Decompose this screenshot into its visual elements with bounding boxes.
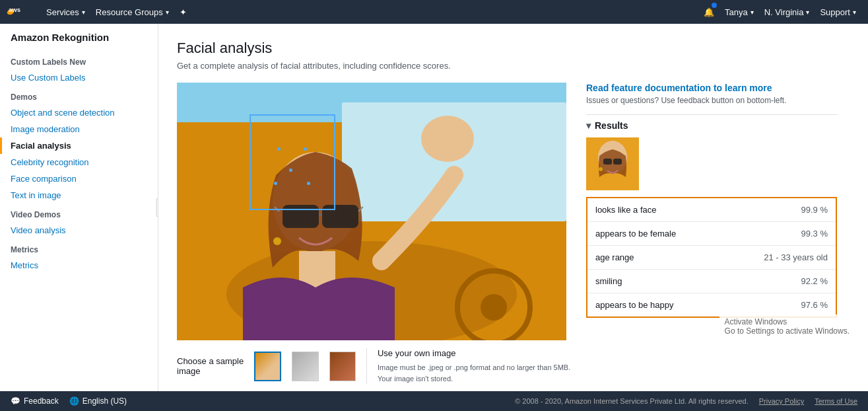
top-navigation: aws Services ▾ Resource Groups ▾ ✦ 🔔 Tan… [0, 0, 868, 24]
sample-thumb-2[interactable] [292, 352, 318, 381]
sidebar-item-object-detection[interactable]: Object and scene detection [0, 104, 158, 121]
result-value-2: 21 - 33 years old [723, 246, 836, 270]
results-table: looks like a face 99.9 % appears to be f… [586, 197, 837, 318]
main-layout: Amazon Rekognition Custom Labels New Use… [0, 24, 868, 391]
chat-icon: 💬 [11, 396, 20, 406]
own-image-label: Use your own image [378, 348, 573, 358]
result-value-4: 97.6 % [723, 293, 836, 318]
results-chevron-icon: ▾ [586, 120, 591, 131]
support-menu[interactable]: Support ▾ [815, 0, 861, 24]
footer: 💬 Feedback 🌐 English (US) © 2008 - 2020,… [0, 391, 868, 411]
video-demos-header: Video Demos [0, 204, 158, 222]
svg-rect-21 [613, 159, 622, 165]
feedback-button[interactable]: 💬 Feedback [11, 396, 59, 406]
results-header: ▾ Results [586, 114, 837, 131]
svg-point-22 [599, 167, 603, 171]
image-panel: Choose a sample image Use your own image… [177, 83, 573, 384]
sidebar-item-use-custom-labels[interactable]: Use Custom Labels [0, 69, 158, 86]
services-menu[interactable]: Services ▾ [41, 0, 90, 24]
results-panel: Read feature documentation to learn more… [586, 83, 837, 384]
region-chevron-icon: ▾ [806, 9, 809, 16]
custom-labels-section: Custom Labels New Use Custom Labels [0, 51, 158, 86]
sidebar-item-video-analysis[interactable]: Video analysis [0, 222, 158, 239]
page-subtitle: Get a complete analysis of facial attrib… [177, 61, 850, 71]
sidebar-title: Amazon Rekognition [0, 24, 158, 46]
face-detection-box [250, 114, 335, 210]
sample-images-row: Choose a sample image Use your own image… [177, 348, 573, 384]
sidebar-item-celebrity-recognition[interactable]: Celebrity recognition [0, 154, 158, 170]
face-landmark-dot [277, 147, 281, 151]
docs-link[interactable]: Read feature documentation to learn more [586, 83, 837, 93]
user-chevron-icon: ▾ [751, 9, 754, 16]
notifications-bell[interactable]: 🔔 [698, 0, 719, 24]
result-label-0: looks like a face [587, 198, 723, 222]
sidebar-item-metrics[interactable]: Metrics [0, 257, 158, 274]
language-selector[interactable]: 🌐 English (US) [69, 396, 127, 406]
resource-groups-menu[interactable]: Resource Groups ▾ [90, 0, 174, 24]
footer-links: Privacy Policy Terms of Use [759, 397, 857, 405]
terms-of-use-link[interactable]: Terms of Use [815, 397, 857, 405]
main-demo-image [177, 83, 566, 340]
face-landmark-dot [274, 182, 277, 185]
sidebar: Amazon Rekognition Custom Labels New Use… [0, 24, 158, 391]
resource-groups-chevron-icon: ▾ [166, 9, 169, 16]
face-landmark-dot [289, 168, 292, 172]
result-label-4: appears to be happy [587, 293, 723, 318]
result-row-1: appears to be female 99.3 % [587, 222, 836, 246]
region-menu[interactable]: N. Virginia ▾ [759, 0, 815, 24]
sidebar-item-text-in-image[interactable]: Text in image [0, 187, 158, 204]
bookmarks-icon[interactable]: ✦ [174, 7, 192, 17]
sidebar-item-face-comparison[interactable]: Face comparison [0, 170, 158, 187]
sidebar-item-image-moderation[interactable]: Image moderation [0, 121, 158, 137]
page-title: Facial analysis [177, 40, 850, 57]
bell-icon: 🔔 [704, 7, 714, 17]
svg-text:aws: aws [9, 6, 20, 13]
metrics-header: Metrics [0, 239, 158, 257]
result-label-2: age range [587, 246, 723, 270]
result-row-0: looks like a face 99.9 % [587, 198, 836, 222]
activate-windows-overlay: Activate WindowsGo to Settings to activa… [719, 315, 855, 338]
svg-point-9 [421, 116, 474, 162]
demo-area: Choose a sample image Use your own image… [177, 83, 850, 384]
privacy-policy-link[interactable]: Privacy Policy [759, 397, 804, 405]
services-chevron-icon: ▾ [82, 9, 85, 16]
svg-rect-20 [603, 159, 612, 165]
face-landmark-dot [307, 182, 310, 185]
user-menu[interactable]: Tanya ▾ [719, 0, 759, 24]
result-row-2: age range 21 - 33 years old [587, 246, 836, 270]
sample-thumb-3[interactable] [329, 352, 356, 381]
main-image-container [177, 83, 566, 340]
result-row-4: appears to be happy 97.6 % [587, 293, 836, 318]
sidebar-item-facial-analysis[interactable]: Facial analysis [0, 137, 158, 154]
result-value-3: 92.2 % [723, 270, 836, 293]
sample-thumb-1[interactable] [254, 352, 281, 381]
custom-labels-header: Custom Labels New [0, 51, 158, 69]
main-content: Facial analysis Get a complete analysis … [158, 24, 868, 391]
right-nav: 🔔 Tanya ▾ N. Virginia ▾ Support ▾ [698, 0, 861, 24]
copyright-text: © 2008 - 2020, Amazon Internet Services … [515, 397, 749, 405]
result-value-1: 99.3 % [723, 222, 836, 246]
sample-label: Choose a sample image [177, 356, 244, 376]
own-image-note: Image must be .jpeg or .png format and n… [378, 362, 573, 384]
globe-icon: 🌐 [69, 396, 79, 406]
aws-logo[interactable]: aws [7, 4, 32, 20]
docs-hint: Issues or questions? Use feedback button… [586, 96, 837, 105]
svg-point-17 [273, 237, 281, 245]
result-label-3: smiling [587, 270, 723, 293]
result-value-0: 99.9 % [723, 198, 836, 222]
support-chevron-icon: ▾ [853, 9, 856, 16]
result-row-3: smiling 92.2 % [587, 270, 836, 293]
demos-header: Demos [0, 86, 158, 104]
face-landmark-dot [304, 147, 307, 151]
result-label-1: appears to be female [587, 222, 723, 246]
face-thumbnail [586, 137, 639, 190]
svg-point-6 [481, 294, 507, 320]
notification-dot [712, 3, 717, 8]
own-image-panel: Use your own image Image must be .jpeg o… [366, 348, 573, 384]
